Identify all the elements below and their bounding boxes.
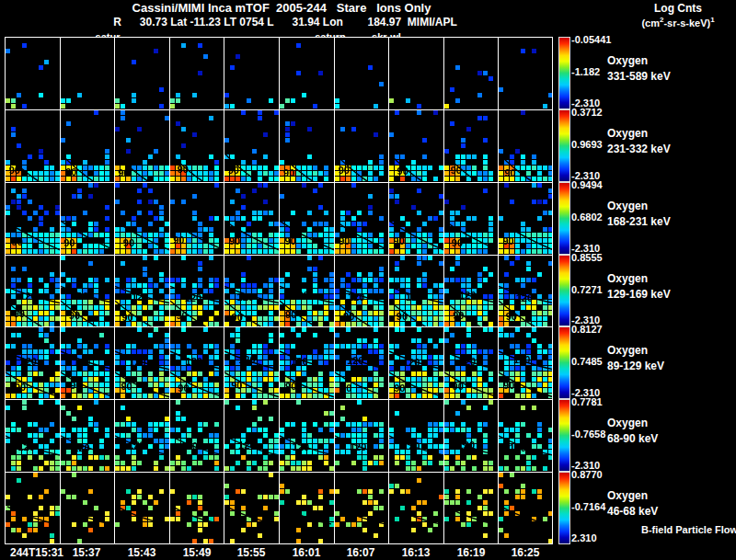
colorbar-tick-mid: 0.7485 — [571, 356, 603, 367]
row-species-label: Oxygen — [607, 200, 648, 212]
row-energy-label: 129-169 keV — [607, 289, 671, 301]
time-tick-label: 244T15:31 — [10, 546, 63, 559]
row-energy-label: 46-68 keV — [607, 506, 658, 518]
unit-mid: -sr-s-keV) — [663, 17, 710, 29]
time-tick-label: 16:25 — [512, 546, 540, 559]
ephemeris-line: R 30.73 Lat -11.23 LT 0754 L 31.94 Lon 1… — [0, 16, 570, 29]
row-species-label: Oxygen — [607, 55, 648, 67]
colorbar-tick-top: 0.7781 — [571, 396, 603, 407]
row-species-label: Oxygen — [607, 128, 648, 140]
colorbar-row1 — [558, 37, 570, 109]
row-energy-label: 168-231 keV — [607, 216, 671, 228]
colorbar-tick-mid: 0.6802 — [571, 211, 603, 223]
row-species-label: Oxygen — [607, 490, 648, 502]
row-energy-label: 331-589 keV — [607, 71, 671, 83]
colorbar-tick-top: 0.9494 — [571, 179, 603, 190]
row-species-label: Oxygen — [607, 417, 648, 429]
time-tick-label: 15:43 — [128, 546, 156, 559]
colorbar-title: Log Cnts — [632, 2, 724, 15]
time-tick-label: 16:07 — [347, 546, 375, 559]
colorbar-row7 — [558, 472, 570, 544]
spectrogram-grid-canvas — [5, 37, 553, 544]
unit-exp: 1 — [710, 16, 714, 24]
time-tick-label: 15:37 — [73, 546, 101, 559]
figure-title: Cassini/MIMI Inca mTOF 2005-244 Stare Io… — [0, 1, 563, 15]
time-tick-label: 15:55 — [237, 546, 266, 559]
row-energy-label: 68-90 keV — [607, 433, 658, 445]
row-energy-label: 231-332 keV — [607, 143, 671, 155]
colorbar-tick-top: 0.8127 — [571, 324, 603, 335]
colorbar-row6 — [558, 399, 570, 472]
time-tick-label: 16:13 — [402, 546, 431, 559]
row-species-label: Oxygen — [607, 273, 648, 285]
time-tick-label: 16:01 — [293, 546, 321, 559]
cassini-mimi-inca-figure: Cassini/MIMI Inca mTOF 2005-244 Stare Io… — [0, 0, 736, 560]
colorbar-row2 — [558, 109, 570, 182]
colorbar-row4 — [558, 255, 570, 326]
time-tick-label: 15:49 — [183, 546, 212, 559]
colorbar-tick-mid: 0.9693 — [571, 139, 603, 150]
row-energy-label: 89-129 keV — [607, 360, 664, 372]
colorbar-tick-mid: -0.7164 — [571, 501, 605, 512]
colorbar-unit: (cm2-sr-s-keV)1 — [614, 16, 736, 29]
colorbar-tick-mid: 0.7271 — [571, 284, 603, 295]
bfield-particle-flow-note: B-field Particle Flow — [641, 524, 736, 535]
colorbar-tick-mid: -0.7658 — [571, 429, 605, 440]
colorbar-tick-top: -0.05441 — [571, 34, 611, 45]
time-tick-label: 16:19 — [457, 546, 486, 559]
row-species-label: Oxygen — [607, 345, 648, 357]
unit-pre: (cm — [641, 17, 660, 29]
colorbar-tick-mid: -1.182 — [571, 66, 600, 77]
colorbar-tick-top: 0.3712 — [571, 107, 603, 118]
colorbar-tick-top: 0.8770 — [571, 469, 603, 480]
colorbar-tick-top: 0.8555 — [571, 252, 603, 263]
colorbar-tick-bottom: 2.310 — [571, 532, 597, 543]
colorbar-row5 — [558, 326, 570, 399]
colorbar-row3 — [558, 182, 570, 255]
